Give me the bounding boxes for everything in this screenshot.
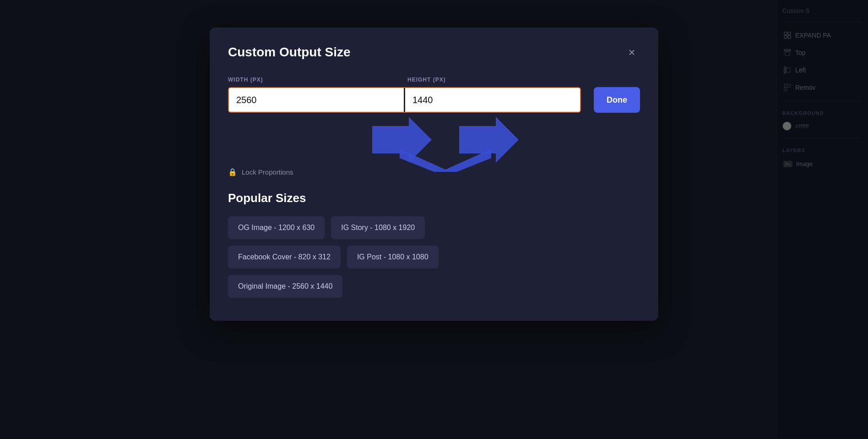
size-inputs-combined [228,87,581,113]
size-btn-original[interactable]: Original Image - 2560 x 1440 [228,275,342,298]
custom-output-size-dialog: Custom Output Size × WIDTH (px) HEIGHT (… [210,27,658,321]
dialog-header: Custom Output Size × [228,44,640,60]
size-btn-og-image[interactable]: OG Image - 1200 x 630 [228,216,325,239]
close-button[interactable]: × [624,44,640,60]
height-label: HEIGHT (px) [406,75,585,83]
size-btn-facebook-cover[interactable]: Facebook Cover - 820 x 312 [228,246,341,269]
width-label: WIDTH (px) [228,75,406,83]
size-buttons-row-1: OG Image - 1200 x 630 IG Story - 1080 x … [228,216,640,239]
dialog-overlay: Custom Output Size × WIDTH (px) HEIGHT (… [0,0,868,439]
done-button[interactable]: Done [594,87,640,113]
size-buttons-grid: OG Image - 1200 x 630 IG Story - 1080 x … [228,216,640,298]
svg-marker-13 [372,117,432,163]
dialog-title: Custom Output Size [228,45,351,60]
popular-sizes-heading: Popular Sizes [228,191,640,205]
arrow-decoration [372,117,519,172]
size-input-row: Done [228,87,640,113]
width-input[interactable] [229,88,404,112]
lock-icon: 🔒 [228,168,237,176]
lock-label: Lock Proportions [242,168,293,176]
size-buttons-row-2: Facebook Cover - 820 x 312 IG Post - 108… [228,246,640,269]
size-btn-ig-post[interactable]: IG Post - 1080 x 1080 [347,246,439,269]
size-btn-ig-story[interactable]: IG Story - 1080 x 1920 [331,216,425,239]
height-input[interactable] [405,88,580,112]
input-labels-row: WIDTH (px) HEIGHT (px) [228,75,640,83]
svg-marker-14 [459,117,519,163]
lock-proportions-row[interactable]: 🔒 Lock Proportions [228,168,640,176]
size-buttons-row-3: Original Image - 2560 x 1440 [228,275,640,298]
